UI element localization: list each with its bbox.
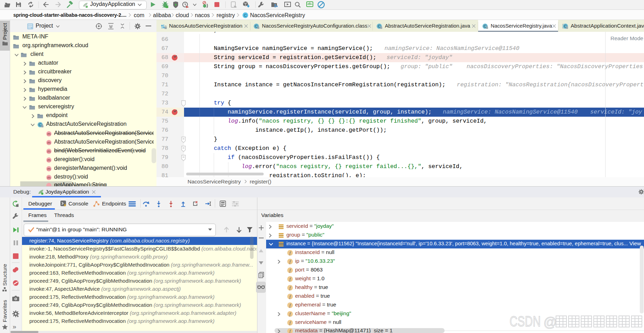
svg-text:Favorites: Favorites [2,300,8,322]
svg-text:C: C [244,13,247,17]
svg-text:m: m [47,149,50,153]
svg-text:m: m [47,132,50,136]
svg-text:m: m [47,158,50,162]
svg-text:m: m [47,167,50,171]
svg-text:m: m [47,140,50,145]
svg-text:m: m [47,175,50,180]
svg-text:Project: Project [2,23,8,40]
svg-text:C: C [39,123,42,127]
svg-text:Structure: Structure [2,264,8,286]
